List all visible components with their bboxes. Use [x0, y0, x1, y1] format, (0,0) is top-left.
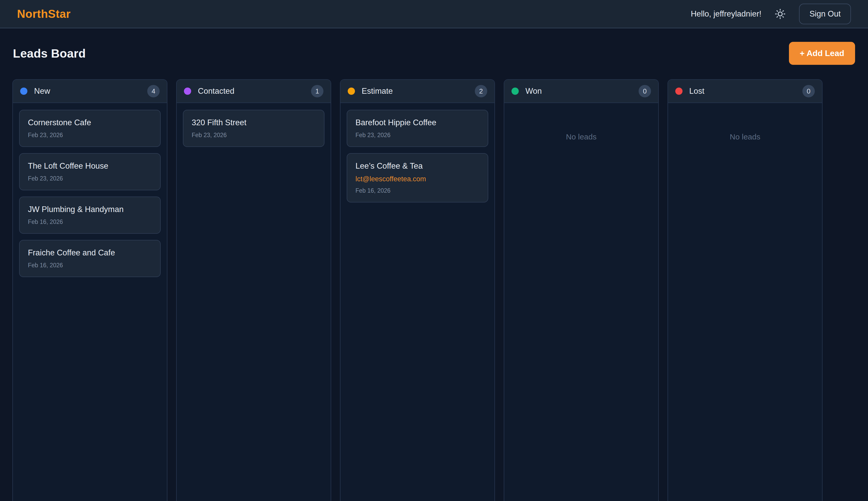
- app-header: NorthStar Hello, jeffreyladnier! Sign Ou…: [0, 0, 868, 29]
- lead-card-title: Barefoot Hippie Coffee: [356, 118, 479, 127]
- lead-card[interactable]: Cornerstone Cafe Feb 23, 2026: [19, 110, 161, 147]
- column-title: Won: [526, 86, 638, 96]
- user-greeting: Hello, jeffreyladnier!: [691, 9, 761, 19]
- lead-card-title: Cornerstone Cafe: [28, 118, 152, 127]
- lead-card-date: Feb 23, 2026: [28, 175, 152, 182]
- lead-card-date: Feb 16, 2026: [356, 187, 479, 194]
- lead-card[interactable]: Lee’s Coffee & Tea lct@leescoffeetea.com…: [347, 153, 488, 202]
- column-won: Won 0 No leads: [504, 79, 659, 501]
- lead-card[interactable]: The Loft Coffee House Feb 23, 2026: [19, 153, 161, 190]
- column-count-badge: 2: [475, 85, 487, 97]
- column-header: Estimate 2: [340, 80, 495, 103]
- column-header: New 4: [13, 80, 167, 103]
- lead-card-date: Feb 23, 2026: [356, 132, 479, 139]
- add-lead-button[interactable]: + Add Lead: [789, 42, 855, 65]
- lead-card[interactable]: 320 Fifth Street Feb 23, 2026: [183, 110, 325, 147]
- status-dot: [511, 87, 519, 95]
- empty-state-text: No leads: [674, 110, 816, 141]
- header-actions: Hello, jeffreyladnier! Sign Out: [691, 4, 851, 24]
- column-header: Lost 0: [668, 80, 822, 103]
- column-title: Estimate: [362, 86, 475, 96]
- column-count-badge: 0: [802, 85, 815, 97]
- theme-toggle-button[interactable]: [774, 8, 786, 20]
- column-body: No leads: [504, 103, 658, 148]
- column-body: No leads: [668, 103, 822, 148]
- status-dot: [20, 87, 28, 95]
- column-contacted: Contacted 1 320 Fifth Street Feb 23, 202…: [176, 79, 331, 501]
- column-body: Cornerstone Cafe Feb 23, 2026 The Loft C…: [13, 103, 167, 290]
- board: New 4 Cornerstone Cafe Feb 23, 2026 The …: [0, 79, 868, 501]
- lead-card[interactable]: JW Plumbing & Handyman Feb 16, 2026: [19, 196, 161, 234]
- column-body: Barefoot Hippie Coffee Feb 23, 2026 Lee’…: [340, 103, 495, 215]
- lead-card-email: lct@leescoffeetea.com: [356, 175, 479, 183]
- lead-card-title: The Loft Coffee House: [28, 161, 152, 171]
- lead-card[interactable]: Barefoot Hippie Coffee Feb 23, 2026: [347, 110, 488, 147]
- lead-card[interactable]: Fraiche Coffee and Cafe Feb 16, 2026: [19, 240, 161, 277]
- lead-card-title: Fraiche Coffee and Cafe: [28, 248, 152, 257]
- column-title: Contacted: [198, 86, 311, 96]
- column-title: New: [34, 86, 147, 96]
- lead-card-title: JW Plumbing & Handyman: [28, 205, 152, 214]
- sign-out-button[interactable]: Sign Out: [799, 4, 851, 24]
- empty-state-text: No leads: [510, 110, 652, 141]
- column-count-badge: 0: [638, 85, 651, 97]
- status-dot: [184, 87, 191, 95]
- lead-card-date: Feb 16, 2026: [28, 218, 152, 225]
- column-title: Lost: [689, 86, 802, 96]
- title-row: Leads Board + Add Lead: [0, 29, 868, 65]
- status-dot: [348, 87, 355, 95]
- column-header: Contacted 1: [177, 80, 331, 103]
- column-header: Won 0: [504, 80, 658, 103]
- column-count-badge: 4: [147, 85, 160, 97]
- column-estimate: Estimate 2 Barefoot Hippie Coffee Feb 23…: [340, 79, 495, 501]
- column-body: 320 Fifth Street Feb 23, 2026: [177, 103, 331, 160]
- status-dot: [675, 87, 682, 95]
- lead-card-title: Lee’s Coffee & Tea: [356, 161, 479, 171]
- sun-icon: [774, 8, 786, 20]
- lead-card-date: Feb 23, 2026: [192, 132, 316, 139]
- lead-card-title: 320 Fifth Street: [192, 118, 316, 127]
- column-count-badge: 1: [311, 85, 324, 97]
- page-title: Leads Board: [13, 46, 86, 61]
- lead-card-date: Feb 23, 2026: [28, 132, 152, 139]
- column-new: New 4 Cornerstone Cafe Feb 23, 2026 The …: [12, 79, 167, 501]
- lead-card-date: Feb 16, 2026: [28, 262, 152, 269]
- column-lost: Lost 0 No leads: [668, 79, 823, 501]
- brand-logo: NorthStar: [17, 8, 71, 20]
